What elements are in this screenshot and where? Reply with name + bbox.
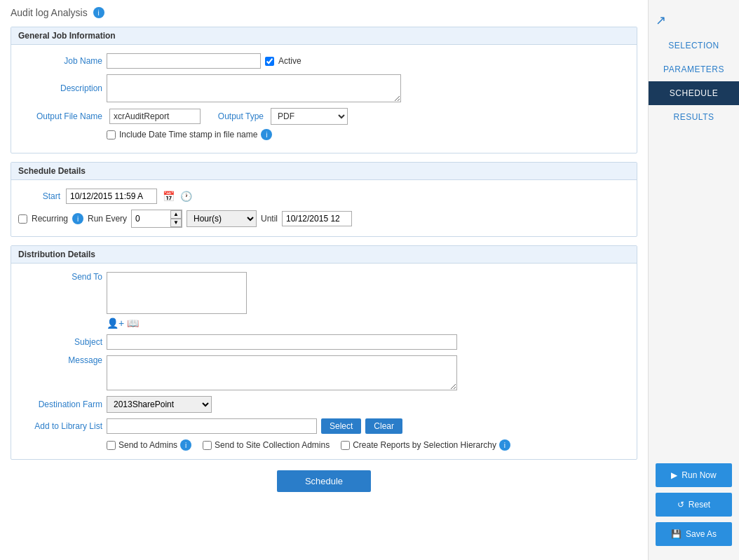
schedule-details-header: Schedule Details — [11, 163, 637, 180]
active-checkbox[interactable] — [265, 57, 274, 66]
run-every-label: Run Every — [88, 214, 127, 224]
message-label: Message — [18, 355, 102, 365]
general-job-header: General Job Information — [11, 27, 637, 45]
sidebar: ↗ SELECTION PARAMETERS SCHEDULE RESULTS … — [648, 0, 739, 560]
save-icon: 💾 — [671, 529, 682, 539]
destination-farm-row: Destination Farm 2013SharePoint — [18, 396, 630, 413]
clock-icon[interactable]: 🕐 — [180, 191, 192, 202]
message-input[interactable] — [107, 355, 457, 390]
general-job-section: General Job Information Job Name Active … — [11, 27, 637, 153]
output-type-select[interactable]: PDF Excel Word CSV — [271, 108, 348, 125]
until-input[interactable] — [282, 211, 352, 226]
subject-row: Subject — [18, 334, 630, 350]
sidebar-export: ↗ — [649, 7, 739, 34]
create-reports-item: Create Reports by Selection Hierarchy i — [341, 439, 510, 451]
output-type-label: Output Type — [208, 111, 264, 121]
sidebar-buttons: ▶ Run Now ↺ Reset 💾 Save As — [649, 463, 739, 560]
send-to-admins-label: Send to Admins — [118, 440, 177, 450]
page-title: Audit log Analysis — [11, 7, 88, 18]
run-every-input[interactable] — [132, 212, 170, 226]
recurring-label: Recurring — [32, 214, 68, 224]
sidebar-item-selection[interactable]: SELECTION — [649, 34, 739, 57]
bottom-checkboxes-row: Send to Admins i Send to Site Collection… — [107, 439, 630, 451]
output-file-row: Output File Name Output Type PDF Excel W… — [18, 108, 630, 125]
send-to-label: Send To — [18, 272, 102, 282]
general-job-body: Job Name Active Description Output File … — [11, 45, 637, 153]
sidebar-item-parameters[interactable]: PARAMETERS — [649, 57, 739, 81]
create-reports-info-icon[interactable]: i — [499, 439, 510, 451]
subject-label: Subject — [18, 337, 102, 347]
datetime-stamp-label: Include Date Time stamp in file name — [119, 130, 257, 139]
send-to-admins-checkbox[interactable] — [107, 441, 116, 450]
site-admins-label: Send to Site Collection Admins — [215, 440, 330, 450]
reset-icon: ↺ — [677, 500, 684, 510]
recurring-row: Recurring i Run Every ▲ ▼ Hour(s) Day(s)… — [18, 210, 630, 228]
description-row: Description — [18, 74, 630, 102]
send-to-input[interactable] — [107, 272, 247, 314]
distribution-details-section: Distribution Details Send To 👤+ 📖 Subjec… — [11, 245, 637, 460]
page-header: Audit log Analysis i — [11, 7, 637, 18]
send-to-container: 👤+ 📖 — [107, 272, 247, 329]
job-name-row: Job Name Active — [18, 53, 630, 69]
unit-select[interactable]: Hour(s) Day(s) Week(s) Month(s) — [187, 210, 257, 227]
sidebar-item-results[interactable]: RESULTS — [649, 105, 739, 129]
site-admins-item: Send to Site Collection Admins — [203, 440, 330, 450]
reset-button[interactable]: ↺ Reset — [656, 493, 732, 517]
destination-farm-select[interactable]: 2013SharePoint — [107, 396, 212, 413]
sidebar-item-schedule[interactable]: SCHEDULE — [649, 81, 739, 105]
export-icon[interactable]: ↗ — [656, 13, 666, 28]
library-list-row: Add to Library List Select Clear — [18, 418, 630, 434]
calendar-icon[interactable]: 📅 — [163, 191, 175, 202]
distribution-details-header: Distribution Details — [11, 246, 637, 264]
job-name-input[interactable] — [107, 53, 261, 69]
datetime-stamp-checkbox[interactable] — [107, 130, 116, 139]
schedule-details-section: Schedule Details Start 📅 🕐 Recurring i R… — [11, 162, 637, 237]
select-button[interactable]: Select — [321, 418, 361, 434]
send-to-icon-row: 👤+ 📖 — [107, 317, 247, 329]
schedule-details-body: Start 📅 🕐 Recurring i Run Every ▲ ▼ — [11, 180, 637, 236]
run-now-label: Run Now — [682, 470, 716, 480]
send-to-row: Send To 👤+ 📖 — [18, 272, 630, 329]
play-icon: ▶ — [671, 470, 677, 480]
start-datetime-input[interactable] — [66, 189, 157, 204]
subject-input[interactable] — [107, 334, 457, 350]
address-book-icon[interactable]: 📖 — [127, 317, 139, 329]
send-to-admins-item: Send to Admins i — [107, 439, 191, 451]
recurring-info-icon[interactable]: i — [72, 213, 83, 224]
description-label: Description — [18, 83, 102, 93]
reset-label: Reset — [689, 500, 710, 510]
schedule-button[interactable]: Schedule — [277, 470, 371, 492]
run-every-spinner: ▲ ▼ — [170, 210, 182, 227]
page-info-icon[interactable]: i — [93, 7, 104, 18]
clear-button[interactable]: Clear — [365, 418, 402, 434]
run-now-button[interactable]: ▶ Run Now — [656, 463, 732, 487]
site-admins-checkbox[interactable] — [203, 441, 212, 450]
add-user-icon[interactable]: 👤+ — [107, 317, 124, 329]
active-label: Active — [278, 56, 301, 66]
datetime-stamp-row: Include Date Time stamp in file name i — [107, 129, 630, 140]
output-file-label: Output File Name — [18, 111, 102, 121]
message-row: Message — [18, 355, 630, 390]
save-as-label: Save As — [686, 529, 717, 539]
spinner-up[interactable]: ▲ — [170, 210, 182, 219]
library-list-label: Add to Library List — [18, 421, 102, 431]
bottom-btn-row: Schedule — [11, 470, 637, 492]
job-name-label: Job Name — [18, 56, 102, 66]
spinner-down[interactable]: ▼ — [170, 219, 182, 227]
description-input[interactable] — [107, 74, 401, 102]
library-list-input[interactable] — [107, 418, 317, 434]
start-label: Start — [18, 191, 60, 201]
datetime-info-icon[interactable]: i — [261, 129, 272, 140]
admins-info-icon[interactable]: i — [180, 439, 191, 451]
recurring-checkbox[interactable] — [18, 214, 27, 224]
output-file-input[interactable] — [109, 109, 201, 124]
create-reports-checkbox[interactable] — [341, 441, 350, 450]
create-reports-label: Create Reports by Selection Hierarchy — [353, 440, 496, 450]
start-row: Start 📅 🕐 — [18, 189, 630, 204]
main-content: Audit log Analysis i General Job Informa… — [0, 0, 648, 560]
distribution-details-body: Send To 👤+ 📖 Subject Message — [11, 264, 637, 459]
save-as-button[interactable]: 💾 Save As — [656, 522, 732, 546]
until-label: Until — [261, 214, 278, 224]
destination-farm-label: Destination Farm — [18, 399, 102, 409]
